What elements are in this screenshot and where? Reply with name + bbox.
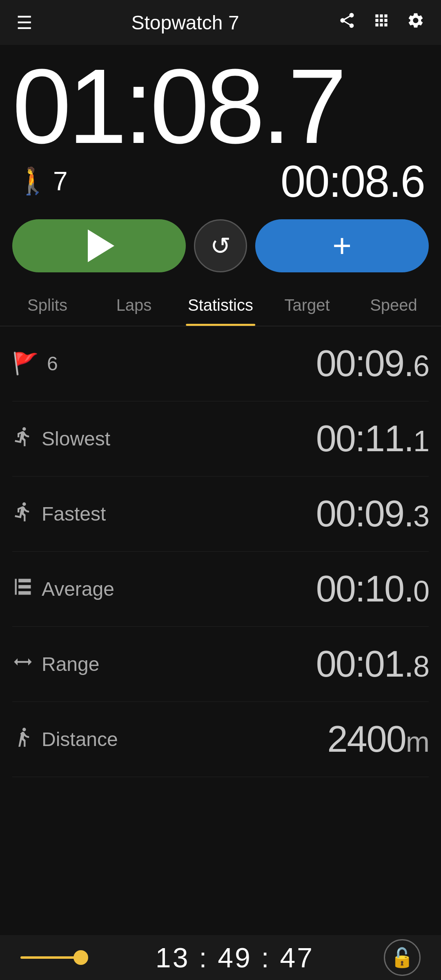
play-icon (88, 229, 114, 262)
stat-label-average: Average (12, 576, 114, 602)
stat-value-lap: 00:09.6 (316, 343, 429, 385)
plus-icon: + (332, 229, 352, 262)
tab-speed[interactable]: Speed (350, 285, 437, 326)
stat-row-average: Average 00:10.0 (12, 552, 429, 627)
brightness-control[interactable] (20, 956, 86, 959)
lap-count: 🚶 7 (16, 166, 68, 196)
tab-statistics[interactable]: Statistics (177, 285, 264, 326)
lap-person-icon: 🚶 (16, 166, 49, 196)
stat-value-distance: 2400m (327, 718, 429, 760)
main-time-value: 01:08. (12, 47, 288, 165)
bottom-bar: 13 : 49 : 47 🔓 (0, 935, 441, 980)
settings-icon[interactable] (407, 11, 425, 33)
system-clock: 13 : 49 : 47 (156, 942, 314, 973)
widget-icon[interactable] (372, 11, 390, 33)
navbar: ☰ Stopwatch 7 (0, 0, 441, 45)
stat-label-slowest: Slowest (12, 426, 110, 452)
lap-timer-display: 00:08.6 (281, 155, 425, 207)
flag-icon: 🚩 (12, 351, 39, 376)
stat-row-slowest: Slowest 00:11.1 (12, 401, 429, 477)
lock-icon: 🔓 (390, 947, 414, 969)
brightness-dot (74, 950, 88, 965)
tab-laps[interactable]: Laps (91, 285, 177, 326)
tab-splits[interactable]: Splits (4, 285, 91, 326)
stat-label-range: Range (12, 651, 99, 677)
stat-value-range: 00:01.8 (316, 643, 429, 685)
tab-bar: Splits Laps Statistics Target Speed (0, 285, 441, 326)
tab-target[interactable]: Target (264, 285, 350, 326)
split-button[interactable]: + (255, 219, 429, 272)
fastest-icon (12, 501, 33, 527)
stat-label-distance: Distance (12, 726, 118, 753)
range-icon (12, 651, 33, 677)
reset-button[interactable]: ↺ (194, 219, 247, 272)
app-title: Stopwatch 7 (131, 11, 239, 34)
stat-value-slowest: 00:11.1 (316, 418, 429, 460)
main-timer-display: 01:08.7 (12, 53, 429, 159)
menu-icon[interactable]: ☰ (16, 12, 32, 33)
stat-row-distance: Distance 2400m (12, 702, 429, 777)
stat-label-lap: 🚩 6 (12, 351, 58, 376)
reset-icon: ↺ (210, 232, 231, 260)
average-icon (12, 576, 33, 602)
lap-time-decimal: 6 (401, 156, 425, 206)
main-time-decimal: 7 (288, 47, 344, 165)
stat-fastest-label: Fastest (42, 503, 106, 525)
statistics-panel: 🚩 6 00:09.6 Slowest 00:11.1 (0, 326, 441, 777)
play-button[interactable] (12, 219, 186, 272)
stat-value-average: 00:10.0 (316, 568, 429, 610)
brightness-slider[interactable] (20, 956, 86, 959)
lap-time-value: 00:08. (281, 156, 401, 206)
share-icon[interactable] (338, 11, 356, 33)
stat-row-range: Range 00:01.8 (12, 627, 429, 702)
stat-average-label: Average (42, 578, 114, 600)
stat-label-fastest: Fastest (12, 501, 106, 527)
controls-row: ↺ + (0, 207, 441, 285)
stat-value-fastest: 00:09.3 (316, 493, 429, 535)
stat-lap-number: 6 (47, 352, 58, 375)
slowest-icon (12, 426, 33, 452)
lock-button[interactable]: 🔓 (384, 939, 421, 976)
stat-distance-label: Distance (42, 728, 118, 751)
stat-slowest-label: Slowest (42, 428, 110, 450)
distance-icon (12, 726, 33, 753)
timer-section: 01:08.7 🚶 7 00:08.6 (0, 45, 441, 207)
stat-row-fastest: Fastest 00:09.3 (12, 477, 429, 552)
stat-range-label: Range (42, 653, 99, 675)
lap-number: 7 (53, 166, 68, 196)
stat-row-lap: 🚩 6 00:09.6 (12, 326, 429, 401)
navbar-icons (338, 11, 425, 33)
